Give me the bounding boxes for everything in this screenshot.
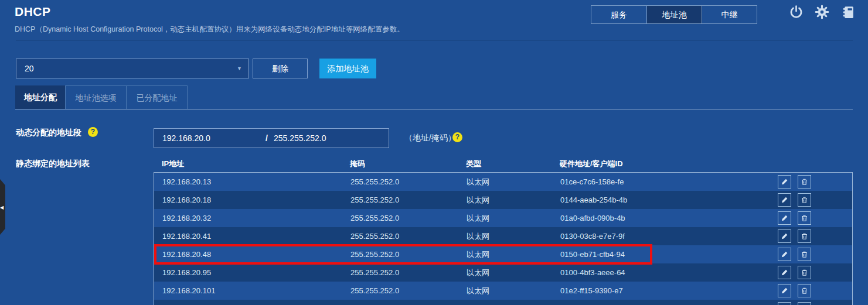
table-row[interactable]: 192.168.20.95 255.255.252.0 以太网 0100-4bf… (154, 263, 852, 282)
cell-mask: 255.255.252.0 (350, 232, 467, 241)
delete-row-button[interactable] (798, 302, 811, 305)
table-header: IP地址 掩码 类型 硬件地址/客户端ID (154, 155, 853, 172)
edit-row-button[interactable] (778, 211, 791, 225)
top-nav-tabs: 服务 地址池 中继 (591, 5, 757, 24)
col-type: 类型 (466, 159, 560, 169)
cell-type: 以太网 (467, 177, 560, 187)
delete-row-button[interactable] (798, 266, 811, 279)
cell-type: 以太网 (467, 213, 560, 224)
cell-mask: 255.255.252.0 (350, 286, 467, 295)
cell-mask: 255.255.252.0 (350, 214, 467, 222)
address-mask-slash: / (260, 133, 274, 143)
cell-type: 以太网 (467, 231, 560, 242)
chevron-down-icon: ▼ (237, 59, 242, 78)
cell-ip: 192.168.20.13 (162, 177, 350, 186)
address-mask-hint: （地址/掩码） (404, 133, 456, 143)
trash-icon (801, 251, 808, 258)
mask-field[interactable]: 255.255.252.0 (274, 133, 389, 143)
cell-hw: 0150-eb71-cfb4-94 (560, 250, 778, 259)
col-mask: 掩码 (350, 159, 466, 169)
cell-type: 以太网 (467, 286, 560, 296)
page-title: DHCP (15, 5, 51, 19)
pencil-icon (781, 269, 788, 276)
cell-mask: 255.255.252.0 (350, 196, 467, 204)
help-icon[interactable]: ? (88, 127, 98, 137)
col-ip: IP地址 (162, 159, 350, 169)
trash-icon (801, 178, 808, 186)
dynamic-range-label: 动态分配的地址段 (16, 128, 81, 138)
table-row[interactable]: 192.168.20.48 255.255.252.0 以太网 0150-eb7… (154, 245, 852, 263)
tab-allocated-addresses[interactable]: 已分配地址 (126, 85, 188, 109)
trash-icon (801, 196, 808, 204)
cell-hw: 0144-aeab-254b-4b (560, 196, 778, 204)
add-pool-button[interactable]: 添加地址池 (319, 59, 376, 78)
settings-gear-icon[interactable] (815, 5, 829, 19)
delete-row-button[interactable] (798, 229, 811, 243)
header-icons (789, 5, 855, 19)
cell-hw: 01ce-c7c6-158e-fe (560, 177, 778, 186)
edit-row-button[interactable] (778, 248, 791, 261)
power-icon[interactable] (789, 5, 804, 19)
pencil-icon (781, 214, 788, 222)
trash-icon (801, 287, 808, 294)
table-row[interactable]: 192.168.20.32 255.255.252.0 以太网 01a0-afb… (154, 209, 852, 227)
delete-row-button[interactable] (798, 284, 811, 297)
table-row[interactable] (154, 300, 852, 305)
tab-pool-options[interactable]: 地址池选项 (65, 85, 127, 109)
row-actions (778, 193, 852, 207)
sidebar-collapse-handle[interactable]: ◀ (0, 179, 5, 235)
table-row[interactable]: 192.168.20.13 255.255.252.0 以太网 01ce-c7c… (154, 173, 852, 191)
edit-row-button[interactable] (778, 229, 791, 243)
row-actions (778, 175, 852, 189)
delete-row-button[interactable] (798, 193, 811, 207)
pencil-icon (781, 178, 788, 186)
edit-row-button[interactable] (778, 302, 791, 305)
trash-icon (801, 269, 808, 276)
tab-service[interactable]: 服务 (591, 6, 646, 23)
edit-row-button[interactable] (778, 284, 791, 297)
table-row[interactable]: 192.168.20.41 255.255.252.0 以太网 0130-03c… (154, 227, 852, 245)
row-actions (778, 302, 852, 305)
cell-hw: 01a0-afbd-090b-4b (560, 214, 778, 222)
static-list-label: 静态绑定的地址列表 (16, 159, 90, 169)
arrow-left-icon: ◀ (0, 205, 4, 210)
cell-type: 以太网 (467, 249, 560, 260)
page-subtitle: DHCP（Dynamic Host Configuration Protocol… (15, 25, 404, 35)
col-hw: 硬件地址/客户端ID (560, 159, 777, 169)
tab-address-allocation[interactable]: 地址分配 (15, 85, 66, 109)
tab-address-pool[interactable]: 地址池 (646, 6, 702, 23)
cell-ip: 192.168.20.41 (162, 232, 350, 241)
dynamic-range-input[interactable]: 192.168.20.0 / 255.255.252.0 (154, 128, 389, 148)
cell-mask: 255.255.252.0 (350, 250, 467, 259)
delete-row-button[interactable] (798, 175, 811, 189)
cell-hw: 01e2-ff15-9390-e7 (560, 286, 778, 295)
trash-icon (801, 214, 808, 222)
header-divider (16, 40, 853, 40)
cell-ip: 192.168.20.18 (162, 196, 350, 204)
cell-type: 以太网 (467, 195, 560, 205)
cell-ip: 192.168.20.48 (162, 250, 350, 259)
log-notebook-icon[interactable] (840, 5, 855, 19)
help-icon[interactable]: ? (452, 132, 462, 142)
tab-relay[interactable]: 中继 (702, 6, 757, 23)
pool-select-dropdown[interactable]: 20 ▼ (16, 59, 249, 78)
delete-pool-button[interactable]: 删除 (253, 59, 308, 78)
row-actions (778, 248, 852, 261)
cell-type: 以太网 (467, 268, 560, 278)
address-field[interactable]: 192.168.20.0 (154, 133, 260, 143)
edit-row-button[interactable] (778, 193, 791, 207)
pencil-icon (781, 251, 788, 258)
pencil-icon (781, 287, 788, 294)
cell-mask: 255.255.252.0 (350, 268, 467, 277)
delete-row-button[interactable] (798, 211, 811, 225)
edit-row-button[interactable] (778, 175, 791, 189)
row-actions (778, 266, 852, 279)
table-row[interactable]: 192.168.20.101 255.255.252.0 以太网 01e2-ff… (154, 282, 852, 300)
cell-ip: 192.168.20.95 (162, 268, 350, 277)
edit-row-button[interactable] (778, 266, 791, 279)
trash-icon (801, 232, 808, 240)
table-row[interactable]: 192.168.20.18 255.255.252.0 以太网 0144-aea… (154, 191, 852, 209)
delete-row-button[interactable] (798, 248, 811, 261)
pool-detail-tabs: 地址分配 地址池选项 已分配地址 (15, 85, 853, 109)
row-actions (778, 284, 852, 297)
